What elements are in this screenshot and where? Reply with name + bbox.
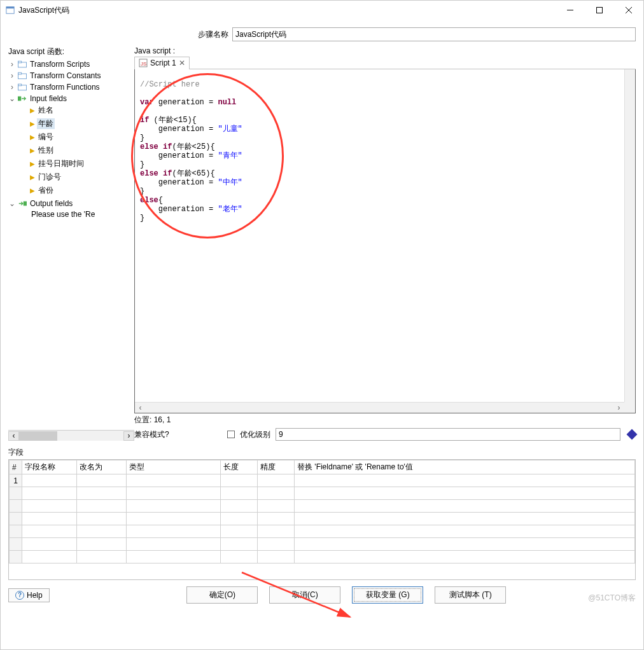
maximize-button[interactable] <box>585 1 614 20</box>
col-length[interactable]: 长度 <box>221 460 258 474</box>
script-panel-title: Java script : <box>134 46 636 55</box>
table-row[interactable] <box>10 551 635 564</box>
script-editor[interactable]: //Script here var generation = null if (… <box>135 69 635 413</box>
svg-text:JS: JS <box>141 61 146 67</box>
close-button[interactable] <box>614 1 643 20</box>
svg-rect-9 <box>18 73 21 74</box>
tree-input-field-e[interactable]: 挂号日期时间 <box>37 158 85 169</box>
col-fieldname[interactable]: 字段名称 <box>22 460 77 474</box>
window-icon <box>6 6 15 15</box>
tree-transform-scripts[interactable]: Transform Scripts <box>29 60 91 69</box>
fields-section-title: 字段 <box>8 447 636 458</box>
tree-input-field-b[interactable]: 年龄 <box>37 118 55 129</box>
field-icon: ▶ <box>30 120 35 127</box>
row-number: 1 <box>10 474 22 487</box>
folder-icon <box>18 72 27 80</box>
svg-rect-11 <box>18 84 21 86</box>
svg-rect-12 <box>18 97 21 101</box>
tree-input-field-a[interactable]: 姓名 <box>37 105 55 116</box>
col-replace[interactable]: 替换 'Fieldname' 或 'Rename to'值 <box>295 460 635 474</box>
window-title: JavaScript代码 <box>18 5 69 16</box>
output-icon <box>18 200 27 207</box>
get-variables-button[interactable]: 获取变量 (G) <box>352 586 423 604</box>
step-name-label: 步骤名称 <box>8 29 228 40</box>
step-name-input[interactable] <box>232 27 636 41</box>
compat-mode-checkbox[interactable] <box>227 431 235 438</box>
tree-transform-functions[interactable]: Transform Functions <box>29 83 101 92</box>
col-type[interactable]: 类型 <box>127 460 221 474</box>
table-row[interactable] <box>10 538 635 551</box>
field-icon: ▶ <box>30 107 35 114</box>
position-label: 位置: <box>134 415 151 424</box>
field-icon: ▶ <box>30 174 35 181</box>
ok-button[interactable]: 确定(O) <box>186 586 258 604</box>
col-rownum: # <box>10 460 22 474</box>
test-script-button[interactable]: 测试脚本 (T) <box>435 586 506 604</box>
functions-panel-title: Java script 函数: <box>8 46 134 57</box>
tree-output-help: Please use the 'Re <box>30 210 96 219</box>
cancel-button[interactable]: 取消(C) <box>269 586 340 604</box>
help-label: Help <box>27 591 43 600</box>
table-row[interactable] <box>10 513 635 525</box>
fields-grid[interactable]: # 字段名称 改名为 类型 长度 精度 替换 'Fieldname' 或 'Re… <box>8 459 636 580</box>
editor-vertical-scrollbar[interactable] <box>624 69 635 402</box>
field-icon: ▶ <box>30 187 35 194</box>
tree-input-field-c[interactable]: 编号 <box>37 132 55 142</box>
tree-input-field-f[interactable]: 门诊号 <box>37 172 62 183</box>
folder-icon <box>18 60 27 68</box>
tree-input-field-d[interactable]: 性别 <box>37 145 55 156</box>
opt-level-label: 优化级别 <box>240 429 270 440</box>
folder-icon <box>18 83 27 91</box>
opt-level-helper-icon[interactable] <box>627 429 638 440</box>
table-row[interactable] <box>10 525 635 538</box>
tree-output-fields[interactable]: Output fields <box>29 199 74 208</box>
col-rename[interactable]: 改名为 <box>77 460 127 474</box>
tree-input-field-g[interactable]: 省份 <box>37 185 55 196</box>
script-tab-icon: JS <box>139 59 148 67</box>
help-icon: ? <box>15 591 24 600</box>
scroll-right-icon[interactable]: › <box>613 403 624 413</box>
field-icon: ▶ <box>30 134 35 141</box>
table-row[interactable] <box>10 487 635 500</box>
compat-mode-label: 兼容模式? <box>134 429 222 440</box>
position-value: 16, 1 <box>154 415 171 424</box>
functions-tree[interactable]: › Transform Scripts › Transform Constant… <box>8 59 134 427</box>
table-row[interactable]: 1 <box>10 474 635 487</box>
editor-horizontal-scrollbar[interactable]: ‹ › <box>135 402 624 413</box>
table-row[interactable] <box>10 500 635 513</box>
opt-level-input[interactable] <box>276 428 620 441</box>
tree-horizontal-scrollbar[interactable]: ‹ › <box>8 430 134 441</box>
svg-rect-1 <box>6 7 14 9</box>
input-icon <box>18 95 27 102</box>
svg-rect-7 <box>18 61 21 63</box>
svg-rect-13 <box>24 202 27 206</box>
watermark: @51CTO博客 <box>588 593 636 604</box>
scroll-right-icon[interactable]: › <box>123 431 134 441</box>
field-icon: ▶ <box>30 160 35 167</box>
svg-rect-3 <box>597 8 603 13</box>
scroll-left-icon[interactable]: ‹ <box>135 403 146 413</box>
tree-transform-constants[interactable]: Transform Constants <box>29 71 102 80</box>
tree-input-fields[interactable]: Input fields <box>29 94 68 103</box>
help-button[interactable]: ? Help <box>8 588 50 602</box>
close-tab-icon[interactable]: ✕ <box>179 59 185 67</box>
script-tab[interactable]: JS Script 1 ✕ <box>134 57 190 69</box>
scroll-left-icon[interactable]: ‹ <box>8 431 19 441</box>
minimize-button[interactable] <box>556 1 585 20</box>
field-icon: ▶ <box>30 147 35 154</box>
col-precision[interactable]: 精度 <box>258 460 295 474</box>
scroll-thumb[interactable] <box>19 431 57 441</box>
script-tab-label: Script 1 <box>150 59 176 67</box>
